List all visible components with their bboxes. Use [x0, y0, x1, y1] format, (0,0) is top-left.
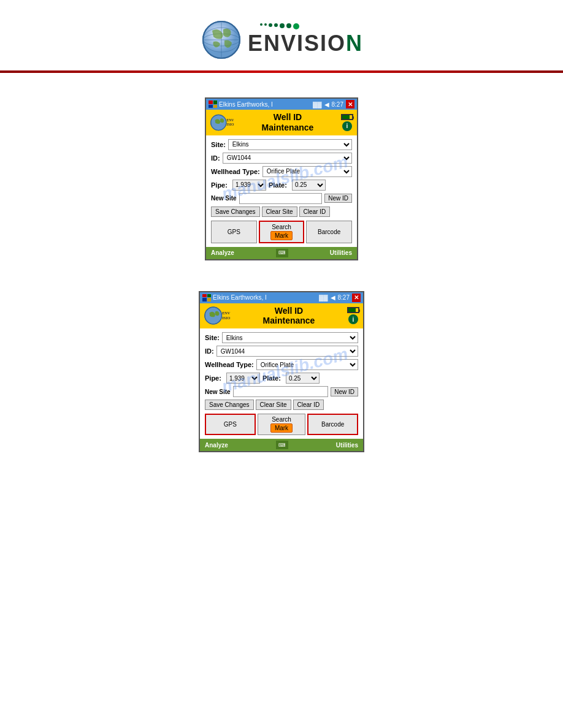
search-mark-button-1[interactable]: Search Mark — [259, 221, 305, 243]
new-id-button-1[interactable]: New ID — [324, 194, 352, 203]
app-header-right-1: i — [341, 114, 353, 131]
id-row-1: ID: GW1044 — [211, 153, 352, 164]
save-changes-button-1[interactable]: Save Changes — [211, 207, 260, 217]
save-changes-button-2[interactable]: Save Changes — [205, 400, 254, 410]
logo-dots — [260, 23, 299, 29]
id-row-2: ID: GW1044 — [205, 346, 358, 357]
mark-text-2: Mark — [270, 423, 293, 433]
svg-text:ENV: ENV — [226, 118, 234, 122]
app-title-text-1: Well ID Maintenance — [234, 112, 341, 133]
logo-dot — [286, 23, 291, 28]
logo-container: ENVISION — [200, 18, 363, 61]
titlebar-company-2: Elkins Earthworks, I — [213, 294, 267, 301]
action-row-2: GPS Search Mark Barcode — [205, 414, 358, 435]
pipe-select-2[interactable]: 1.939 — [226, 373, 260, 384]
save-clear-row-2: Save Changes Clear Site Clear ID — [205, 400, 358, 410]
logo-dot — [264, 23, 267, 26]
utilities-button-1[interactable]: Utilities — [330, 249, 352, 256]
barcode-button-2[interactable]: Barcode — [307, 414, 358, 435]
search-mark-button-2[interactable]: Search Mark — [258, 414, 306, 435]
gps-button-1[interactable]: GPS — [211, 221, 257, 243]
windows-flag-icon — [209, 100, 217, 108]
pipe-plate-row-1: Pipe: 1.939 Plate: 0.25 — [211, 180, 352, 191]
keyboard-icon-2[interactable]: ⌨ — [276, 441, 288, 449]
signal-icon-2: ▓▓ — [319, 294, 328, 301]
pipe-label-2: Pipe: — [205, 374, 221, 382]
logo-dot — [260, 23, 262, 26]
device-titlebar-1: Elkins Earthworks, I ▓▓ ◀ 8:27 ✕ — [206, 99, 357, 110]
clear-id-button-1[interactable]: Clear ID — [299, 207, 331, 217]
info-icon-1[interactable]: i — [342, 121, 352, 131]
windows-flag-icon-2 — [202, 294, 211, 301]
wellhead-select-1[interactable]: Orifice Plate — [262, 166, 352, 177]
app-bottom-2: Analyze ⌨ Utilities — [200, 439, 363, 451]
clear-site-button-1[interactable]: Clear Site — [262, 207, 297, 217]
logo-dot — [269, 23, 272, 27]
site-row-1: Site: Elkins — [211, 139, 352, 150]
titlebar-icons-1: ▓▓ ◀ 8:27 ✕ — [313, 100, 354, 108]
clear-site-button-2[interactable]: Clear Site — [256, 400, 291, 410]
device-frame-1: manualslib.com Elkins Earthworks, I ▓▓ ◀… — [205, 97, 358, 260]
signal-icon-1: ▓▓ — [313, 101, 322, 108]
barcode-button-1[interactable]: Barcode — [306, 221, 352, 243]
site-label-1: Site: — [211, 141, 226, 148]
page-content: manualslib.com Elkins Earthworks, I ▓▓ ◀… — [0, 91, 563, 477]
battery-area-1 — [341, 114, 353, 120]
id-select-2[interactable]: GW1044 — [216, 346, 358, 357]
battery-tip-1 — [353, 116, 354, 119]
titlebar-left-2: Elkins Earthworks, I — [202, 294, 267, 301]
logo-dot — [274, 23, 278, 27]
time-1: 8:27 — [332, 101, 343, 108]
utilities-button-2[interactable]: Utilities — [336, 442, 358, 449]
wellhead-select-2[interactable]: Orifice Plate — [256, 359, 358, 370]
new-site-input-1[interactable] — [239, 193, 323, 204]
wellhead-label-2: Wellhead Type: — [205, 361, 254, 368]
logo-dot — [293, 23, 299, 29]
app-header-right-2: i — [347, 307, 359, 324]
titlebar-company-1: Elkins Earthworks, I — [219, 101, 273, 108]
titlebar-left-1: Elkins Earthworks, I — [209, 100, 273, 108]
pipe-select-1[interactable]: 1.939 — [232, 180, 266, 191]
logo-envision: ENVISION — [248, 31, 363, 56]
wellhead-row-2: Wellhead Type: Orifice Plate — [205, 359, 358, 370]
close-button-2[interactable]: ✕ — [352, 294, 361, 302]
volume-icon-2: ◀ — [331, 294, 335, 301]
analyze-button-1[interactable]: Analyze — [211, 249, 234, 256]
action-row-1: GPS Search Mark Barcode — [211, 221, 352, 243]
pipe-plate-row-2: Pipe: 1.939 Plate: 0.25 — [205, 373, 358, 384]
app-title-1: Well ID Maintenance — [234, 112, 341, 133]
app-body-1: Site: Elkins ID: GW1044 Wellhead Type: O… — [206, 135, 357, 247]
keyboard-icon-1[interactable]: ⌨ — [276, 249, 288, 257]
analyze-button-2[interactable]: Analyze — [205, 442, 228, 449]
logo-dot — [280, 23, 285, 28]
plate-select-2[interactable]: 0.25 — [286, 373, 320, 384]
battery-icon-1 — [341, 114, 353, 120]
plate-label-1: Plate: — [269, 181, 287, 189]
new-site-label-1: New Site — [211, 195, 237, 202]
site-select-2[interactable]: Elkins — [222, 332, 358, 343]
new-site-label-2: New Site — [205, 389, 231, 395]
id-select-1[interactable]: GW1044 — [223, 153, 352, 164]
mark-text-1: Mark — [270, 231, 293, 240]
device-frame-2: manualslib.com Elkins Earthworks, I ▓▓ ◀… — [199, 291, 364, 453]
app-title-2: Well ID Maintenance — [231, 306, 347, 327]
titlebar-icons-2: ▓▓ ◀ 8:27 ✕ — [319, 294, 361, 302]
header: ENVISION — [0, 0, 563, 70]
clear-id-button-2[interactable]: Clear ID — [293, 400, 324, 410]
app-title-text-2: Well ID Maintenance — [231, 306, 347, 327]
battery-area-2 — [347, 307, 359, 313]
close-button-1[interactable]: ✕ — [346, 100, 354, 108]
save-clear-row-1: Save Changes Clear Site Clear ID — [211, 207, 352, 217]
plate-select-1[interactable]: 0.25 — [292, 180, 326, 191]
volume-icon-1: ◀ — [324, 101, 329, 108]
site-select-1[interactable]: Elkins — [228, 139, 352, 150]
battery-icon-2 — [347, 307, 359, 313]
new-id-button-2[interactable]: New ID — [331, 387, 358, 396]
svg-text:ENV: ENV — [222, 311, 231, 316]
new-site-input-2[interactable] — [233, 386, 329, 397]
gps-button-2[interactable]: GPS — [205, 414, 256, 435]
id-label-1: ID: — [211, 154, 220, 162]
info-icon-2[interactable]: i — [348, 314, 358, 324]
id-label-2: ID: — [205, 347, 214, 355]
device-titlebar-2: Elkins Earthworks, I ▓▓ ◀ 8:27 ✕ — [200, 292, 363, 303]
